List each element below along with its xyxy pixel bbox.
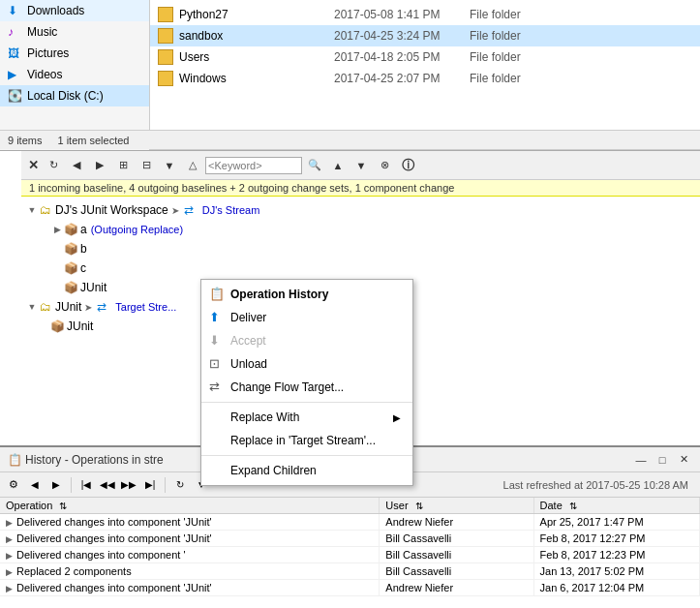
op-history-icon: 📋	[209, 287, 225, 302]
search-button[interactable]: 🔍	[304, 155, 325, 176]
hist-back-button[interactable]: ◀	[25, 475, 45, 495]
item-label: b	[80, 242, 87, 256]
hist-prev-button[interactable]: ◀◀	[98, 475, 117, 495]
expand-arrow-icon[interactable]: ▶	[6, 584, 13, 593]
disk-icon: 💽	[8, 89, 21, 103]
info-button[interactable]: ⓘ	[397, 155, 418, 176]
toolbar-btn1[interactable]: ▼	[159, 155, 180, 176]
pictures-icon: 🖼	[8, 46, 21, 60]
sort-icon[interactable]: ⇅	[59, 501, 67, 511]
toolbar-btn2[interactable]: △	[182, 155, 203, 176]
file-row[interactable]: Users 2017-04-18 2:05 PM File folder	[150, 46, 700, 68]
submenu-arrow-icon: ▶	[393, 412, 401, 423]
expand-arrow-icon[interactable]: ▶	[6, 551, 13, 561]
sidebar-item-pictures[interactable]: 🖼 Pictures	[0, 43, 149, 64]
history-row[interactable]: ▶Replaced 2 components Bill Cassavelli J…	[0, 563, 700, 580]
sidebar-item-localdisk[interactable]: 💽 Local Disk (C:)	[0, 85, 149, 106]
sidebar-item-music[interactable]: ♪ Music	[0, 21, 149, 43]
music-icon: ♪	[8, 25, 21, 39]
sort-icon[interactable]: ⇅	[415, 501, 423, 511]
file-explorer: ⬇ Downloads ♪ Music 🖼 Pictures ▶ Videos …	[0, 0, 700, 150]
item-sublabel: (Outgoing Replace)	[91, 224, 183, 235]
replace-icon	[209, 410, 225, 425]
forward-button[interactable]: ▶	[89, 155, 110, 176]
workspace-label: JUnit	[55, 300, 81, 314]
close-history-button[interactable]: ✕	[675, 453, 692, 467]
history-row[interactable]: ▶Delivered changes into component 'JUnit…	[0, 531, 700, 547]
user-cell: Andrew Niefer	[380, 580, 533, 596]
col-header-user: User ⇅	[380, 498, 533, 514]
tree-item-a[interactable]: ▶ 📦 a (Outgoing Replace)	[21, 220, 700, 239]
file-row[interactable]: sandbox 2017-04-25 3:24 PM File folder	[150, 25, 700, 46]
expand-button[interactable]: ⊞	[112, 155, 134, 176]
workspace-icon: 🗂	[39, 300, 52, 314]
file-type: File folder	[470, 8, 521, 21]
filter-button[interactable]: ⊗	[374, 155, 395, 176]
sidebar-item-videos[interactable]: ▶ Videos	[0, 64, 149, 85]
maximize-button[interactable]: □	[654, 453, 671, 467]
expand-icon	[209, 463, 225, 478]
component-icon: 📦	[64, 242, 77, 256]
history-row[interactable]: ▶Delivered changes into component ' Bill…	[0, 547, 700, 563]
hist-last-button[interactable]: ▶|	[140, 475, 160, 495]
ctx-operation-history[interactable]: 📋 Operation History	[201, 283, 412, 306]
tree-workspace-1[interactable]: ▼ 🗂 DJ's JUnit Workspace ➤ ⇄ DJ's Stream	[21, 200, 700, 220]
component-icon: 📦	[50, 319, 64, 333]
expander-icon[interactable]: ▶	[50, 223, 64, 236]
history-row[interactable]: ▶Delivered changes into component 'JUnit…	[0, 514, 700, 531]
operation-cell: ▶Delivered changes into component 'JUnit…	[0, 514, 380, 531]
flow-icon: ⇄	[209, 380, 225, 395]
ctx-expand-children[interactable]: Expand Children	[201, 459, 412, 482]
file-row[interactable]: Windows 2017-04-25 2:07 PM File folder	[150, 68, 700, 89]
ctx-change-flow[interactable]: ⇄ Change Flow Target...	[201, 376, 412, 399]
nav-up[interactable]: ▲	[327, 155, 349, 176]
user-cell: Andrew Niefer	[380, 514, 533, 531]
hist-refresh-button[interactable]: ↻	[170, 475, 190, 495]
expander-icon[interactable]: ▼	[25, 300, 39, 314]
sidebar-item-downloads[interactable]: ⬇ Downloads	[0, 0, 149, 21]
history-icon: 📋	[8, 453, 21, 467]
collapse-button[interactable]: ⊟	[136, 155, 157, 176]
sidebar-item-label: Local Disk (C:)	[27, 89, 104, 103]
expander-icon[interactable]: ▼	[25, 203, 39, 217]
hist-fwd-button[interactable]: ▶	[46, 475, 66, 495]
expand-arrow-icon[interactable]: ▶	[6, 534, 13, 544]
ctx-deliver[interactable]: ⬆ Deliver	[201, 306, 412, 329]
tree-item-b[interactable]: 📦 b	[21, 239, 700, 258]
hist-options-button[interactable]: ⚙	[4, 475, 23, 495]
history-row[interactable]: ▶Delivered changes into component 'JUnit…	[0, 580, 700, 596]
file-date: 2017-04-25 2:07 PM	[334, 72, 470, 85]
col-header-operation: Operation ⇅	[0, 498, 380, 514]
file-list: Python27 2017-05-08 1:41 PM File folder …	[150, 0, 700, 93]
expand-arrow-icon[interactable]: ▶	[6, 567, 13, 577]
sort-icon[interactable]: ⇅	[569, 501, 577, 511]
ctx-replace-with[interactable]: Replace With ▶	[201, 406, 412, 429]
hist-first-button[interactable]: |◀	[76, 475, 96, 495]
nav-down[interactable]: ▼	[350, 155, 372, 176]
items-count: 9 items	[8, 135, 42, 146]
expand-arrow-icon[interactable]: ▶	[6, 518, 13, 528]
file-row[interactable]: Python27 2017-05-08 1:41 PM File folder	[150, 4, 700, 25]
hist-next-button[interactable]: ▶▶	[119, 475, 138, 495]
component-icon: 📦	[64, 281, 77, 294]
download-icon: ⬇	[8, 4, 21, 17]
selected-count: 1 item selected	[57, 135, 129, 146]
file-type: File folder	[470, 72, 521, 85]
close-button[interactable]: ✕	[25, 158, 41, 173]
keyword-input[interactable]	[205, 157, 302, 174]
tree-item-c[interactable]: 📦 c	[21, 258, 700, 278]
date-cell: Feb 8, 2017 12:23 PM	[533, 547, 699, 563]
back-button[interactable]: ◀	[66, 155, 87, 176]
sidebar-item-label: Music	[27, 25, 57, 39]
minimize-button[interactable]: —	[632, 453, 650, 467]
refresh-button[interactable]: ↻	[43, 155, 64, 176]
ctx-unload[interactable]: ⊡ Unload	[201, 352, 412, 376]
item-label: JUnit	[80, 281, 107, 294]
separator	[71, 477, 72, 493]
date-cell: Jan 6, 2017 12:04 PM	[533, 580, 699, 596]
date-cell: Jan 13, 2017 5:02 PM	[533, 563, 699, 580]
ctx-label: Change Flow Target...	[230, 380, 344, 394]
ctx-replace-in-stream[interactable]: Replace in 'Target Stream'...	[201, 429, 412, 452]
file-type: File folder	[470, 29, 521, 43]
stream-label: Target Stre...	[115, 301, 176, 313]
